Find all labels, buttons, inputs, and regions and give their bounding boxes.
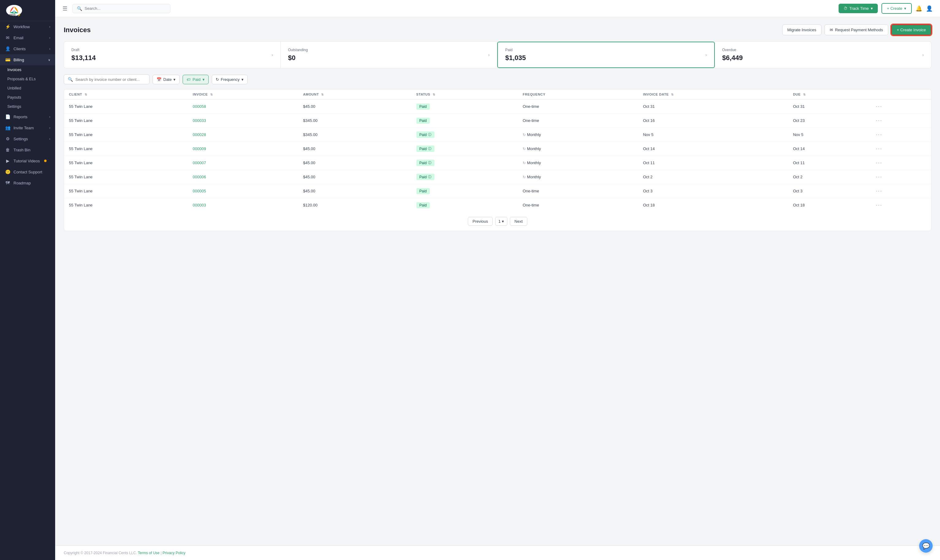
col-invoice-date[interactable]: INVOICE DATE ⇅	[638, 89, 788, 100]
cell-actions[interactable]: ···	[871, 114, 931, 128]
cell-invoice-date: Oct 14	[638, 142, 788, 156]
cell-actions[interactable]: ···	[871, 184, 931, 198]
request-payment-methods-button[interactable]: ✉ Request Payment Methods	[825, 25, 888, 35]
track-time-button[interactable]: ⏱ Track Time ▾	[838, 4, 878, 13]
previous-page-button[interactable]: Previous	[468, 217, 493, 226]
sidebar-item-workflow[interactable]: ⚡ Workflow ›	[0, 21, 55, 32]
cell-due: Oct 31	[788, 100, 871, 114]
sidebar-item-trash-bin[interactable]: 🗑 Trash Bin	[0, 144, 55, 155]
create-invoice-button[interactable]: + Create Invoice	[891, 25, 931, 35]
table-row: 55 Twin Lane 000005 $45.00 Paid One-time…	[64, 184, 931, 198]
sidebar-item-payouts[interactable]: Payouts	[0, 93, 55, 102]
summary-card-draft[interactable]: Draft $13,114 ›	[64, 42, 281, 68]
cell-status: Paid	[411, 100, 518, 114]
page-actions: Migrate Invoices ✉ Request Payment Metho…	[782, 25, 932, 35]
table-row: 55 Twin Lane 000028 $345.00 Paid ⓘ ↻Mont…	[64, 128, 931, 142]
sidebar-item-billing[interactable]: 💳 Billing ∨	[0, 54, 55, 65]
sidebar-item-invoices[interactable]: Invoices	[0, 65, 55, 74]
row-actions-menu[interactable]: ···	[876, 160, 882, 166]
hamburger-menu[interactable]: ☰	[63, 5, 68, 12]
cell-invoice[interactable]: 000033	[188, 114, 298, 128]
col-due[interactable]: DUE ⇅	[788, 89, 871, 100]
summary-card-overdue[interactable]: Overdue $6,449 ›	[715, 42, 931, 68]
cell-actions[interactable]: ···	[871, 198, 931, 212]
cell-invoice[interactable]: 000006	[188, 170, 298, 184]
tag-icon: 🏷	[186, 77, 191, 82]
paid-filter-button[interactable]: 🏷 Paid ▾	[183, 75, 208, 84]
row-actions-menu[interactable]: ···	[876, 188, 882, 194]
card-label-outstanding: Outstanding	[288, 48, 308, 52]
sidebar-item-settings[interactable]: ⚙ Settings ›	[0, 133, 55, 144]
summary-card-outstanding[interactable]: Outstanding $0 ›	[281, 42, 497, 68]
cell-invoice-date: Oct 3	[638, 184, 788, 198]
cell-actions[interactable]: ···	[871, 142, 931, 156]
sidebar-item-label: Payouts	[7, 95, 21, 100]
col-amount[interactable]: AMOUNT ⇅	[298, 89, 411, 100]
search-icon: 🔍	[77, 6, 82, 11]
summary-card-paid[interactable]: Paid $1,035 ›	[497, 42, 715, 68]
chevron-down-icon: ▾	[871, 6, 873, 11]
refresh-icon: ↻	[216, 77, 219, 82]
col-client[interactable]: CLIENT ⇅	[64, 89, 188, 100]
page-selector[interactable]: 1 ▾	[495, 217, 508, 226]
invoice-search-input[interactable]	[75, 77, 146, 82]
sidebar-item-email[interactable]: ✉ Email ›	[0, 32, 55, 43]
cell-actions[interactable]: ···	[871, 100, 931, 114]
sidebar-item-billing-settings[interactable]: Settings	[0, 102, 55, 111]
chevron-down-icon: ▾	[502, 219, 504, 224]
search-box[interactable]: 🔍	[72, 4, 170, 13]
migrate-invoices-button[interactable]: Migrate Invoices	[782, 25, 822, 35]
cell-invoice[interactable]: 000003	[188, 198, 298, 212]
cell-invoice[interactable]: 000028	[188, 128, 298, 142]
col-invoice[interactable]: INVOICE ⇅	[188, 89, 298, 100]
cell-invoice[interactable]: 000009	[188, 142, 298, 156]
sidebar-item-clients[interactable]: 👤 Clients ›	[0, 43, 55, 54]
user-avatar[interactable]: 👤	[926, 5, 933, 12]
logo: LOGO ⚡	[5, 4, 23, 17]
pagination: Previous 1 ▾ Next	[64, 212, 931, 231]
cell-invoice[interactable]: 000058	[188, 100, 298, 114]
cell-client: 55 Twin Lane	[64, 156, 188, 170]
sidebar-item-contact-support[interactable]: 🙂 Contact Support	[0, 166, 55, 177]
sort-icon: ⇅	[432, 93, 435, 96]
search-input[interactable]	[85, 6, 166, 11]
sort-icon: ⇅	[321, 93, 324, 96]
row-actions-menu[interactable]: ···	[876, 202, 882, 208]
invoices-table-wrapper: CLIENT ⇅ INVOICE ⇅ AMOUNT ⇅ STATUS	[64, 89, 931, 231]
sort-icon: ⇅	[210, 93, 213, 96]
privacy-link[interactable]: Privacy Policy	[163, 551, 186, 555]
cell-actions[interactable]: ···	[871, 156, 931, 170]
invoice-search-box[interactable]: 🔍	[64, 74, 149, 84]
frequency-filter-button[interactable]: ↻ Frequency ▾	[212, 75, 248, 84]
sidebar-item-proposals[interactable]: Proposals & ELs	[0, 74, 55, 84]
sidebar-item-tutorial-videos[interactable]: ▶ Tutorial Videos	[0, 155, 55, 166]
row-actions-menu[interactable]: ···	[876, 117, 882, 123]
next-page-button[interactable]: Next	[510, 217, 527, 226]
tutorial-icon: ▶	[5, 158, 11, 163]
cell-actions[interactable]: ···	[871, 170, 931, 184]
row-actions-menu[interactable]: ···	[876, 146, 882, 152]
sidebar-item-label: Tutorial Videos	[14, 159, 40, 163]
cell-invoice[interactable]: 000007	[188, 156, 298, 170]
row-actions-menu[interactable]: ···	[876, 103, 882, 109]
cell-actions[interactable]: ···	[871, 128, 931, 142]
notifications-icon[interactable]: 🔔	[915, 5, 922, 12]
col-status[interactable]: STATUS ⇅	[411, 89, 518, 100]
date-filter-button[interactable]: 📅 Date ▾	[152, 75, 180, 84]
footer: Copyright © 2017-2024 Financial Cents LL…	[55, 546, 940, 560]
sidebar-item-roadmap[interactable]: 🗺 Roadmap	[0, 177, 55, 188]
cell-amount: $45.00	[298, 170, 411, 184]
chevron-down-icon: ▾	[904, 6, 906, 11]
chat-bubble[interactable]: 💬	[919, 539, 933, 553]
sidebar-item-invite-team[interactable]: 👥 Invite Team ›	[0, 122, 55, 133]
chat-icon: 💬	[922, 542, 930, 549]
sidebar-item-unbilled[interactable]: Unbilled	[0, 84, 55, 93]
terms-link[interactable]: Terms of Use	[138, 551, 160, 555]
row-actions-menu[interactable]: ···	[876, 174, 882, 180]
notification-badge	[44, 160, 46, 162]
col-frequency[interactable]: FREQUENCY	[518, 89, 638, 100]
sidebar-item-reports[interactable]: 📄 Reports ›	[0, 111, 55, 122]
cell-invoice[interactable]: 000005	[188, 184, 298, 198]
row-actions-menu[interactable]: ···	[876, 131, 882, 138]
create-button[interactable]: + Create ▾	[882, 3, 912, 14]
